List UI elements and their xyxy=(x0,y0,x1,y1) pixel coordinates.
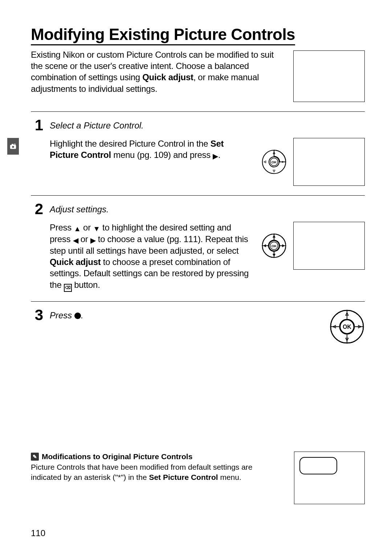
note-b: menu. xyxy=(218,473,241,481)
step-heading: Press . xyxy=(50,310,322,321)
screen-placeholder xyxy=(293,138,365,186)
svg-point-1 xyxy=(12,146,15,148)
note-title: Modifications to Original Picture Contro… xyxy=(42,452,192,461)
s3b: . xyxy=(81,310,83,320)
s2-bold-quick-adjust: Quick adjust xyxy=(50,257,101,267)
trash-button-icon: ⌫ xyxy=(64,284,72,292)
screen-placeholder xyxy=(294,452,365,504)
intro-text: Existing Nikon or custom Picture Control… xyxy=(31,49,282,94)
multi-selector-right-icon: OK xyxy=(261,149,287,175)
step-number: 2 xyxy=(31,201,43,217)
step-text: Highlight the desired Picture Control in… xyxy=(50,138,254,161)
svg-text:OK: OK xyxy=(271,244,277,248)
multi-selector-all-icon: OK xyxy=(261,233,287,258)
illustration-placeholder xyxy=(293,50,365,102)
step1-text-a: Highlight the desired Picture Control in… xyxy=(50,139,211,148)
highlight-indicator xyxy=(299,457,337,474)
step-3: 3 Press . OK xyxy=(31,309,365,344)
up-triangle-icon: ▲ xyxy=(74,225,81,233)
note-section: ✎ Modifications to Original Picture Cont… xyxy=(31,452,365,504)
s2d: or xyxy=(78,234,90,244)
ok-center-button-icon xyxy=(74,313,81,319)
svg-marker-9 xyxy=(273,170,275,172)
svg-marker-17 xyxy=(273,254,275,256)
intro-bold-quick-adjust: Quick adjust xyxy=(142,72,193,82)
intro-section: Existing Nikon or custom Picture Control… xyxy=(31,49,365,102)
note-bold: Set Picture Control xyxy=(149,473,218,481)
svg-point-3 xyxy=(15,144,15,144)
left-triangle-icon: ◀ xyxy=(73,236,78,244)
svg-marker-11 xyxy=(282,161,284,163)
multi-selector-ok-icon: OK xyxy=(329,309,365,344)
step-number: 3 xyxy=(31,307,43,323)
down-triangle-icon: ▼ xyxy=(93,225,100,233)
note-icon: ✎ xyxy=(31,453,39,461)
step1-text-b: menu (pg. 109) and press xyxy=(111,150,213,160)
page-number: 110 xyxy=(31,528,45,538)
svg-text:OK: OK xyxy=(343,323,351,330)
svg-marker-19 xyxy=(282,244,285,247)
section-tab-camera-icon xyxy=(7,138,19,155)
step-number: 1 xyxy=(31,118,43,133)
screen-placeholder xyxy=(293,222,365,270)
svg-marker-10 xyxy=(264,161,266,163)
right-triangle-icon: ▶ xyxy=(90,236,96,244)
svg-marker-18 xyxy=(264,244,266,247)
s3a: Press xyxy=(50,310,74,320)
step-text: Press ▲ or ▼ to highlight the desired se… xyxy=(50,222,254,292)
divider xyxy=(31,111,365,112)
step-1: 1 Select a Picture Control. Highlight th… xyxy=(31,119,365,186)
step-heading: Select a Picture Control. xyxy=(50,121,365,131)
step-heading: Adjust settings. xyxy=(50,204,365,215)
divider xyxy=(31,195,365,196)
svg-text:OK: OK xyxy=(271,160,277,164)
step-2: 2 Adjust settings. Press ▲ or ▼ to highl… xyxy=(31,203,365,292)
s2b: or xyxy=(81,223,93,232)
step1-text-c: . xyxy=(218,150,220,160)
svg-marker-16 xyxy=(273,235,275,238)
right-triangle-icon: ▶ xyxy=(213,152,218,160)
page-title: Modifying Existing Picture Controls xyxy=(31,25,295,45)
s2g: button. xyxy=(72,280,100,290)
s2a: Press xyxy=(50,223,74,232)
manual-page: Modifying Existing Picture Controls Exis… xyxy=(0,0,392,555)
divider xyxy=(31,301,365,302)
svg-rect-2 xyxy=(12,144,13,145)
